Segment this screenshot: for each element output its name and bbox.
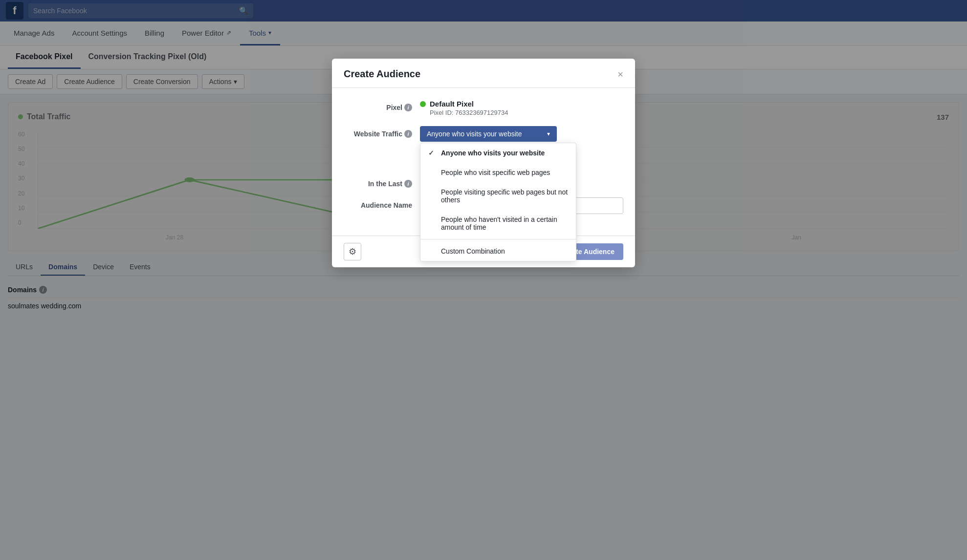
form-row-website-traffic: Website Traffic i Anyone who visits your… (344, 126, 623, 142)
dropdown-item-custom[interactable]: Custom Combination (420, 241, 576, 261)
modal-title: Create Audience (344, 68, 420, 80)
in-the-last-info-icon[interactable]: i (404, 180, 412, 188)
modal-backdrop[interactable]: Create Audience × Pixel i Default Pixel … (0, 0, 967, 327)
website-traffic-dropdown-menu: ✓ Anyone who visits your website People … (420, 143, 576, 261)
modal-body: Pixel i Default Pixel Pixel ID: 76332369… (332, 88, 635, 236)
pixel-id: Pixel ID: 763323697129734 (420, 109, 623, 116)
dropdown-container: Anyone who visits your website ▾ ✓ Anyon… (420, 126, 557, 142)
modal-close-button[interactable]: × (617, 69, 623, 79)
website-traffic-info-icon[interactable]: i (404, 130, 412, 138)
form-row-pixel: Pixel i Default Pixel Pixel ID: 76332369… (344, 100, 623, 116)
dropdown-item-not-visited[interactable]: People who haven't visited in a certain … (420, 210, 576, 237)
pixel-status-dot (420, 101, 426, 107)
gear-button[interactable]: ⚙ (344, 243, 361, 260)
dropdown-item-anyone[interactable]: ✓ Anyone who visits your website (420, 143, 576, 163)
in-the-last-label: In the Last i (344, 176, 412, 188)
audience-name-label: Audience Name (344, 197, 412, 209)
pixel-info: Default Pixel Pixel ID: 763323697129734 (420, 100, 623, 116)
dropdown-item-specific-pages[interactable]: People who visit specific web pages (420, 163, 576, 182)
create-audience-modal: Create Audience × Pixel i Default Pixel … (332, 59, 635, 267)
pixel-name: Default Pixel (420, 100, 623, 108)
gear-icon: ⚙ (349, 246, 356, 257)
modal-header: Create Audience × (332, 59, 635, 88)
website-traffic-dropdown[interactable]: Anyone who visits your website ▾ (420, 126, 557, 142)
pixel-label: Pixel i (344, 100, 412, 111)
website-traffic-label: Website Traffic i (344, 126, 412, 138)
website-traffic-dropdown-wrapper: Anyone who visits your website ▾ ✓ Anyon… (420, 126, 623, 142)
check-icon: ✓ (428, 149, 436, 157)
dropdown-item-specific-not-others[interactable]: People visiting specific web pages but n… (420, 182, 576, 210)
dropdown-arrow-icon: ▾ (547, 130, 550, 137)
dropdown-divider (420, 239, 576, 239)
pixel-info-icon[interactable]: i (404, 104, 412, 111)
